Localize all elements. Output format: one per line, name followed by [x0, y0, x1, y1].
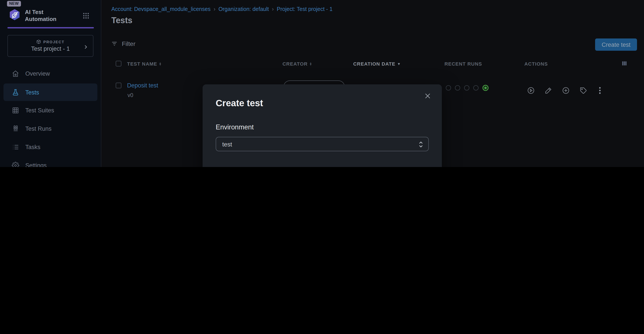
sort-icon: ▲▼: [309, 62, 312, 66]
sidebar-item-test-suites[interactable]: Test Suites: [4, 101, 97, 119]
sort-desc-icon: ▼: [397, 62, 401, 66]
column-creator[interactable]: CREATOR ▲▼: [282, 61, 312, 66]
environment-value: test: [222, 140, 232, 147]
create-test-modal: Create test Environment test Start URL T…: [202, 84, 442, 167]
table-header: TEST NAME ▲▼ CREATOR ▲▼ CREATION DATE ▼ …: [101, 58, 644, 71]
app-title: AI Test Automation: [25, 9, 56, 23]
sidebar-item-label: Settings: [25, 162, 47, 167]
column-test-name[interactable]: TEST NAME ▲▼: [127, 61, 162, 66]
close-icon[interactable]: [424, 92, 431, 100]
project-switcher[interactable]: PROJECT Test project - 1: [8, 35, 94, 57]
add-plus-icon[interactable]: [562, 87, 570, 94]
run-status-icon[interactable]: [473, 85, 478, 90]
test-version: v0: [128, 92, 133, 98]
breadcrumb: Account: Devspace_all_module_licenses › …: [111, 6, 332, 12]
run-status-icon[interactable]: [455, 85, 460, 90]
task-list-icon: [12, 143, 19, 151]
filter-icon: [111, 41, 118, 47]
brand-underline: [8, 27, 94, 28]
home-icon: [12, 70, 19, 77]
breadcrumb-organization-link[interactable]: Organization: default: [218, 6, 269, 12]
environment-select[interactable]: test: [216, 137, 429, 151]
new-badge: NEW: [7, 1, 21, 7]
gear-icon: [12, 161, 19, 167]
module-grid-icon[interactable]: [83, 13, 89, 19]
sidebar-item-tests[interactable]: Tests: [4, 84, 97, 101]
breadcrumb-separator: ›: [272, 6, 274, 12]
test-runs-icon: [12, 125, 19, 132]
column-actions: ACTIONS: [524, 61, 548, 66]
column-recent-runs: RECENT RUNS: [444, 61, 482, 66]
modal-title: Create test: [216, 97, 429, 109]
run-status-icon[interactable]: [482, 85, 488, 91]
sidebar-item-tasks[interactable]: Tasks: [4, 138, 97, 156]
filter-button[interactable]: Filter: [111, 40, 135, 47]
breadcrumb-separator: ›: [214, 6, 215, 12]
edit-pencil-icon[interactable]: [544, 87, 552, 94]
chevron-right-icon: [84, 45, 88, 49]
run-status-icon[interactable]: [446, 85, 451, 90]
breadcrumb-project-link[interactable]: Project: Test project - 1: [277, 6, 332, 12]
column-creation-date[interactable]: CREATION DATE ▼: [353, 61, 401, 66]
environment-label: Environment: [216, 124, 429, 131]
run-test-icon[interactable]: [527, 87, 535, 94]
project-switcher-value: Test project - 1: [8, 46, 93, 52]
sort-icon: ▲▼: [159, 62, 162, 66]
page-title: Tests: [111, 16, 132, 25]
select-chevrons-icon: [418, 141, 424, 148]
sidebar: NEW AI Test Automation: [0, 0, 101, 167]
sidebar-item-test-runs[interactable]: Test Runs: [4, 120, 97, 137]
sidebar-item-label: Test Runs: [25, 125, 52, 132]
more-options-icon[interactable]: [597, 87, 603, 94]
project-switcher-label: PROJECT: [43, 40, 64, 44]
row-actions: [527, 87, 603, 94]
app-logo-icon[interactable]: [8, 8, 21, 21]
run-status-icon[interactable]: [464, 85, 469, 90]
app-screen: NEW AI Test Automation: [0, 0, 644, 167]
flask-icon: [12, 89, 19, 96]
sidebar-item-label: Test Suites: [25, 107, 54, 113]
grid-icon: [12, 106, 19, 114]
test-name-link[interactable]: Deposit test: [127, 82, 158, 89]
tag-icon[interactable]: [580, 87, 587, 94]
breadcrumb-account-link[interactable]: Account: Devspace_all_module_licenses: [111, 6, 210, 12]
row-checkbox[interactable]: [116, 83, 122, 88]
select-all-checkbox[interactable]: [116, 61, 122, 66]
sidebar-item-label: Tests: [25, 89, 39, 96]
cube-icon: [36, 39, 41, 44]
sidebar-item-settings[interactable]: Settings: [4, 156, 97, 167]
sidebar-item-label: Overview: [25, 70, 50, 77]
create-test-button[interactable]: Create test: [595, 39, 637, 51]
filter-label: Filter: [122, 40, 135, 47]
sidebar-item-overview[interactable]: Overview: [4, 65, 97, 82]
column-settings-icon[interactable]: [621, 60, 628, 66]
recent-runs: [446, 85, 488, 91]
sidebar-item-label: Tasks: [25, 144, 40, 150]
